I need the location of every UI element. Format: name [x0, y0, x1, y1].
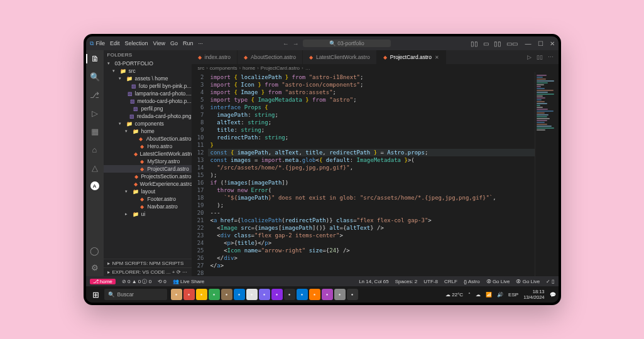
maximize-icon[interactable]: ☐: [538, 40, 543, 47]
onedrive-icon[interactable]: ☁: [476, 292, 481, 298]
menu-go[interactable]: Go: [170, 40, 178, 46]
taskbar-app[interactable]: ●: [297, 289, 308, 300]
split-icon[interactable]: ▯▯: [537, 54, 543, 60]
cursor-position[interactable]: Ln 14, Col 65: [359, 279, 389, 284]
layout-icon[interactable]: ▭: [483, 40, 489, 47]
tree-item[interactable]: ▧metodo-card-photo.p...: [104, 97, 192, 105]
ai-icon[interactable]: A: [90, 181, 99, 190]
settings-icon[interactable]: ⚙: [91, 263, 99, 272]
weather-widget[interactable]: ☁ 22°C: [445, 292, 463, 298]
taskbar-app[interactable]: ●: [322, 289, 333, 300]
remote-icon[interactable]: ⌂: [92, 145, 97, 154]
close-icon[interactable]: ✕: [435, 55, 439, 60]
taskbar-app[interactable]: ●: [183, 289, 195, 300]
layout-icon[interactable]: ▭▭: [506, 40, 518, 47]
code-editor[interactable]: 2345678910111213141516171819202122232425…: [192, 72, 559, 276]
taskbar-search[interactable]: 🔍 Buscar: [104, 289, 167, 300]
breadcrumb-segment[interactable]: src: [198, 65, 205, 71]
tree-item[interactable]: ▾📁home: [104, 127, 192, 135]
taskbar-app[interactable]: ●: [171, 289, 182, 300]
extensions-icon[interactable]: ▦: [91, 127, 99, 136]
liveshare-indicator[interactable]: 👥 Live Share: [173, 279, 204, 284]
taskbar-app[interactable]: ●: [209, 289, 220, 300]
command-center[interactable]: 🔍 03-portfolio: [303, 40, 391, 47]
language-indicator[interactable]: ESP: [508, 292, 518, 298]
editor-tab[interactable]: ◆ProjectCard.astro✕: [377, 50, 446, 64]
taskbar-app[interactable]: ●: [271, 289, 283, 300]
remote-indicator[interactable]: ⎇ home: [90, 279, 116, 284]
tree-item[interactable]: ▾📁layout: [104, 188, 192, 195]
indentation[interactable]: Spaces: 2: [395, 279, 418, 284]
wifi-icon[interactable]: 📶: [486, 292, 492, 298]
tray-chevron-icon[interactable]: ˄: [468, 292, 471, 298]
code-body[interactable]: import { localizePath } from "astro-i18n…: [208, 72, 535, 276]
source-control-icon[interactable]: ⎇: [90, 90, 99, 100]
menu-run[interactable]: Run: [183, 40, 194, 46]
project-root[interactable]: ▾03-PORTFOLIO: [104, 60, 192, 67]
encoding[interactable]: UTF-8: [423, 279, 438, 284]
tree-item[interactable]: ◆ProjectsSection.astro: [104, 173, 192, 180]
menu-edit[interactable]: Edit: [110, 40, 120, 46]
taskbar-app[interactable]: ●: [221, 289, 232, 300]
menu-···[interactable]: ···: [198, 40, 203, 46]
tree-item[interactable]: ▧foto perfil byn-pink.p...: [104, 82, 192, 90]
tree-item[interactable]: ◆AboutSection.astro: [104, 135, 192, 143]
start-button[interactable]: ⊞: [89, 290, 103, 299]
taskbar-app[interactable]: ●: [334, 289, 346, 300]
tree-item[interactable]: ▾📁components: [104, 120, 192, 127]
clock[interactable]: 18:13 13/4/2024: [523, 289, 544, 300]
tree-item[interactable]: ▾📁assets \ home: [104, 75, 192, 82]
breadcrumb-segment[interactable]: home: [243, 65, 255, 71]
layout-icon[interactable]: ▯▯: [494, 40, 501, 47]
tree-item[interactable]: ◆Footer.astro: [104, 195, 192, 203]
go-live[interactable]: ⦿ Go Live: [516, 279, 540, 284]
ports-indicator[interactable]: ⟲ 0: [158, 279, 166, 284]
nav-back-icon[interactable]: ←: [283, 40, 289, 47]
nav-forward-icon[interactable]: →: [293, 40, 299, 47]
sound-icon[interactable]: 🔊: [497, 292, 503, 298]
menu-file[interactable]: File: [96, 40, 106, 46]
sidebar-panel-header[interactable]: ▸NPM SCRIPTS: NPM SCRIPTS: [104, 259, 192, 267]
explorer-icon[interactable]: 🗎: [86, 54, 104, 63]
taskbar-app[interactable]: ●: [284, 289, 295, 300]
layout-icon[interactable]: ▯▯: [471, 40, 478, 47]
taskbar-app[interactable]: ●: [234, 289, 245, 300]
run-debug-icon[interactable]: ▷: [92, 109, 98, 118]
tree-item[interactable]: ◆MyStory.astro: [104, 158, 192, 165]
editor-tab[interactable]: ◆AboutSection.astro: [237, 50, 303, 64]
tree-item[interactable]: ◆LatestClientWork.astro: [104, 150, 192, 158]
close-icon[interactable]: ✕: [550, 40, 555, 47]
problems-indicator[interactable]: ⊘ 0 ▲ 0 ⓘ 0: [122, 278, 151, 285]
editor-tab[interactable]: ◆LatestClientWork.astro: [303, 50, 377, 64]
eol[interactable]: CRLF: [444, 279, 457, 284]
tree-item[interactable]: ▧lamparina-card-photo....: [104, 90, 192, 97]
taskbar-app[interactable]: ●: [259, 289, 270, 300]
taskbar-app[interactable]: ●: [246, 289, 258, 300]
language-mode[interactable]: {} Astro: [464, 279, 480, 284]
tree-item[interactable]: ▧redada-card-photo.png: [104, 112, 192, 120]
notification-center-icon[interactable]: 💬: [550, 292, 556, 298]
notifications-icon[interactable]: ✓ ▯: [546, 279, 554, 284]
taskbar-app[interactable]: ●: [347, 289, 358, 300]
tree-item[interactable]: ◆ProjectCard.astro: [104, 165, 192, 173]
run-icon[interactable]: ▷: [527, 54, 532, 60]
tree-item[interactable]: ▸📁ui: [104, 210, 192, 218]
menu-selection[interactable]: Selection: [125, 40, 148, 46]
tree-item[interactable]: ▧perfil.png: [104, 105, 192, 112]
tree-item[interactable]: ◆Hero.astro: [104, 143, 192, 150]
minimap[interactable]: [535, 72, 559, 276]
minimize-icon[interactable]: —: [525, 40, 532, 47]
account-icon[interactable]: ◯: [90, 246, 99, 256]
tree-item[interactable]: ▾📁src: [104, 67, 192, 75]
search-icon[interactable]: 🔍: [90, 72, 100, 82]
tree-item[interactable]: ◆Navbar.astro: [104, 203, 192, 210]
taskbar-app[interactable]: ●: [309, 289, 320, 300]
testing-icon[interactable]: △: [92, 163, 98, 173]
editor-tab[interactable]: ◆index.astro: [192, 50, 238, 64]
taskbar-app[interactable]: ●: [196, 289, 207, 300]
sidebar-panel-header[interactable]: ▸EXPLORER: VS CODE ... + ⟳ ⋯: [104, 267, 192, 276]
tree-item[interactable]: ◆WorkExperience.astro: [104, 180, 192, 188]
go-live[interactable]: ⦿ Go Live: [486, 279, 510, 284]
more-icon[interactable]: ⋯: [548, 54, 554, 60]
breadcrumb-segment[interactable]: components: [210, 65, 237, 71]
